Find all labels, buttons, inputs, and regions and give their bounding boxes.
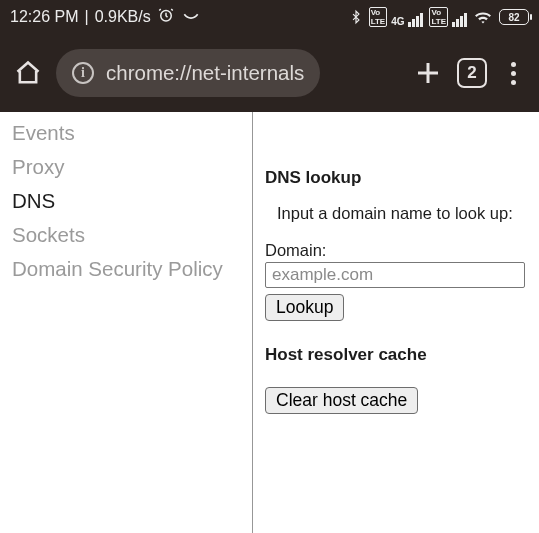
tab-switcher-button[interactable]: 2: [457, 58, 487, 88]
omnibox[interactable]: i chrome://net-internals: [56, 49, 320, 97]
sim2-signal: VoLTE: [429, 7, 467, 27]
signal-bars-icon: [452, 13, 467, 27]
battery-percent: 82: [508, 12, 519, 23]
lookup-button[interactable]: Lookup: [265, 294, 344, 321]
alarm-icon: [157, 6, 175, 28]
status-net-speed: 0.9KB/s: [95, 8, 151, 26]
sidebar-item-sockets[interactable]: Sockets: [12, 218, 252, 252]
sidebar-item-domain-security-policy[interactable]: Domain Security Policy: [12, 252, 252, 286]
overflow-menu-button[interactable]: [501, 59, 525, 87]
chrome-toolbar: i chrome://net-internals 2: [0, 34, 539, 112]
status-time: 12:26 PM: [10, 8, 78, 26]
sidebar-item-events[interactable]: Events: [12, 116, 252, 150]
volte-badge-icon: VoLTE: [429, 7, 448, 27]
home-button[interactable]: [14, 59, 42, 87]
sidebar: Events Proxy DNS Sockets Domain Security…: [0, 112, 253, 533]
status-left: 12:26 PM | 0.9KB/s: [10, 6, 201, 28]
domain-input[interactable]: [265, 262, 525, 288]
main-panel: DNS lookup Input a domain name to look u…: [253, 112, 539, 533]
sidebar-item-proxy[interactable]: Proxy: [12, 150, 252, 184]
sidebar-item-dns[interactable]: DNS: [12, 184, 252, 218]
new-tab-button[interactable]: [413, 58, 443, 88]
net-internals-page: Events Proxy DNS Sockets Domain Security…: [0, 112, 539, 533]
network-4g-icon: 4G: [391, 16, 404, 27]
domain-field-label: Domain:: [265, 241, 539, 260]
signal-bars-icon: [408, 13, 423, 27]
site-info-icon[interactable]: i: [72, 62, 94, 84]
status-right: VoLTE 4G VoLTE 82: [349, 7, 529, 27]
sim1-signal: VoLTE 4G: [369, 7, 424, 27]
omnibox-url: chrome://net-internals: [106, 61, 304, 85]
clear-host-cache-button[interactable]: Clear host cache: [265, 387, 418, 414]
android-status-bar: 12:26 PM | 0.9KB/s VoLTE 4G VoLTE 82: [0, 0, 539, 34]
wifi-icon: [473, 9, 493, 25]
bluetooth-icon: [349, 8, 363, 26]
volte-badge-icon: VoLTE: [369, 7, 388, 27]
dns-lookup-instruction: Input a domain name to look up:: [277, 204, 539, 223]
expand-icon: [181, 8, 201, 26]
status-sep: |: [84, 8, 88, 26]
dns-lookup-heading: DNS lookup: [265, 168, 539, 188]
battery-icon: 82: [499, 9, 529, 25]
host-resolver-cache-heading: Host resolver cache: [265, 345, 539, 365]
tab-count-value: 2: [467, 63, 476, 83]
